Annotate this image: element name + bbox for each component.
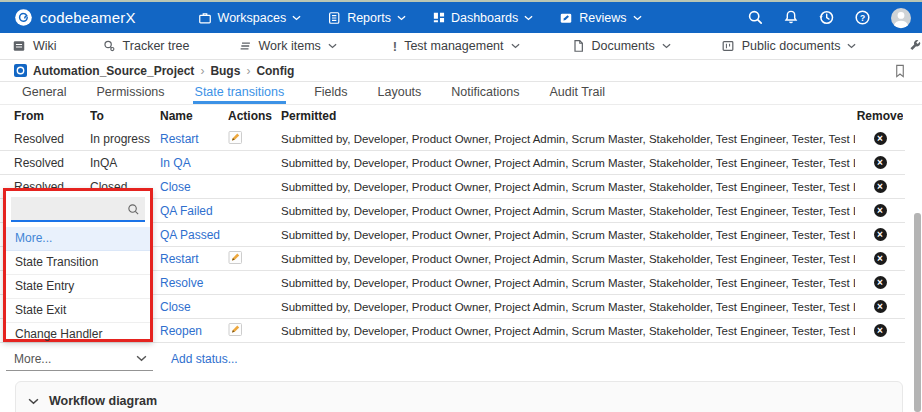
table-row: Resolved In progress Restart Submitted b… [0,127,905,151]
toolbar-item-wiki[interactable]: Wiki [12,39,57,53]
menu-dashboards[interactable]: Dashboards [432,11,533,25]
tab-layouts[interactable]: Layouts [376,82,424,104]
tab-fields[interactable]: Fields [312,82,349,104]
bookmark-icon[interactable] [894,64,922,78]
remove-button[interactable]: × [874,324,887,337]
notifications-icon[interactable] [783,9,799,26]
test-management-icon: ! [393,39,397,54]
dropdown-item-state-entry[interactable]: State Entry [6,275,150,299]
transition-name-link[interactable]: Resolve [160,276,203,290]
col-header-name: Name [160,109,228,123]
remove-button[interactable]: × [874,228,887,241]
help-icon[interactable]: ? [854,9,871,26]
remove-button[interactable]: × [874,276,887,289]
edit-action-icon[interactable] [228,130,243,145]
workspaces-icon [198,11,212,25]
col-header-from: From [14,109,90,123]
transition-name-link[interactable]: Reopen [160,324,202,338]
menu-reports[interactable]: Reports [327,11,406,25]
tab-state-transitions[interactable]: State transitions [193,82,287,104]
tab-audit-trail[interactable]: Audit Trail [547,82,607,104]
top-navbar: codebeamerX Workspaces Reports Dashboard… [0,2,922,33]
toolbar-item-test-management[interactable]: ! Test management [393,39,520,54]
edit-action-icon[interactable] [228,250,243,265]
tracker-tree-icon [102,39,116,53]
add-status-link[interactable]: Add status... [171,352,238,366]
secondary-toolbar: Wiki Tracker tree Work items ! Test mana… [0,33,922,60]
permitted-cell: Submitted by, Developer, Product Owner, … [281,181,855,193]
transition-name-link[interactable]: Restart [160,252,199,266]
toolbar-label: Test management [404,39,503,53]
permitted-cell: Submitted by, Developer, Product Owner, … [281,277,855,289]
remove-button[interactable]: × [874,204,887,217]
wiki-icon [12,39,26,53]
menu-reviews[interactable]: Reviews [559,11,641,25]
permitted-cell: Submitted by, Developer, Product Owner, … [281,325,855,337]
dropdown-item-state-exit[interactable]: State Exit [6,299,150,323]
toolbar-item-tools[interactable]: Tools [908,39,922,53]
remove-button[interactable]: × [874,132,887,145]
transition-name-link[interactable]: Close [160,300,191,314]
chevron-down-icon [397,15,406,21]
transition-name-link[interactable]: Close [160,180,191,194]
breadcrumb-bugs[interactable]: Bugs [210,64,240,78]
to-cell: InQA [90,156,160,170]
toolbar-item-work-items[interactable]: Work items [238,39,337,53]
menu-workspaces[interactable]: Workspaces [198,11,302,25]
tools-icon [908,39,922,53]
col-header-remove: Remove [857,109,904,123]
remove-button[interactable]: × [874,300,887,313]
more-select[interactable]: More... [6,347,153,371]
chevron-down-icon [847,43,856,49]
main-menu: Workspaces Reports Dashboards Reviews [198,11,642,25]
more-select-value: More... [14,352,51,366]
transition-name-link[interactable]: QA Passed [160,228,220,242]
reports-icon [327,11,341,25]
transition-name-link[interactable]: Restart [160,132,199,146]
remove-button[interactable]: × [874,252,887,265]
chevron-down-icon [633,15,642,21]
chevron-down-icon [136,355,147,362]
search-icon[interactable] [747,9,764,26]
permitted-cell: Submitted by, Developer, Product Owner, … [281,301,855,313]
work-items-icon [238,39,252,53]
tab-permissions[interactable]: Permissions [94,82,166,104]
toolbar-item-public-documents[interactable]: Public documents [721,39,857,53]
toolbar-item-tracker-tree[interactable]: Tracker tree [102,39,190,53]
menu-label: Workspaces [218,11,287,25]
toolbar-label: Work items [259,39,321,53]
edit-action-icon[interactable] [228,322,243,337]
toolbar-label: Wiki [33,39,57,53]
col-header-permitted: Permitted [281,109,855,123]
breadcrumb-config[interactable]: Config [256,64,294,78]
toolbar-item-documents[interactable]: Documents [572,39,671,53]
brand[interactable]: codebeamerX [0,8,136,27]
dropdown-search-input[interactable] [11,197,145,222]
chevron-down-icon [328,43,337,49]
dropdown-item-state-transition[interactable]: State Transition [6,251,150,275]
menu-label: Dashboards [451,11,518,25]
transition-name-link[interactable]: In QA [160,156,191,170]
workflow-diagram-panel[interactable]: Workflow diagram [15,381,903,412]
remove-button[interactable]: × [874,180,887,193]
dropdown-item-more[interactable]: More... [6,227,150,251]
vertical-scrollbar[interactable] [914,213,921,412]
col-header-to: To [90,109,160,123]
history-icon[interactable] [818,9,835,26]
tab-notifications[interactable]: Notifications [449,82,521,104]
chevron-down-icon [662,43,671,49]
transition-name-link[interactable]: QA Failed [160,204,213,218]
permitted-cell: Submitted by, Developer, Product Owner, … [281,133,855,145]
dashboards-icon [432,11,445,24]
transition-type-dropdown: More... State Transition State Entry Sta… [3,188,153,342]
remove-button[interactable]: × [874,156,887,169]
tab-general[interactable]: General [20,82,68,104]
avatar[interactable] [890,7,912,29]
chevron-down-icon [28,398,39,405]
table-footer: More... Add status... [0,347,922,371]
table-header-row: From To Name Actions Permitted Remove [0,105,905,127]
breadcrumb-project[interactable]: Automation_Source_Project [33,64,194,78]
permitted-cell: Submitted by, Developer, Product Owner, … [281,205,855,217]
dropdown-item-change-handler[interactable]: Change Handler [6,323,150,346]
project-icon [14,64,27,77]
